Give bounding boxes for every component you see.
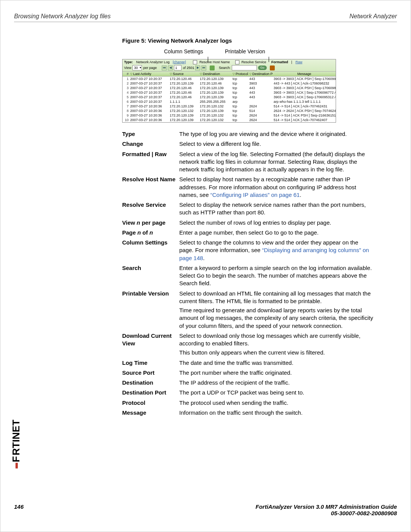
resolve-host-checkbox[interactable] — [193, 60, 197, 64]
definitions-table: TypeThe type of log you are viewing and … — [122, 130, 373, 417]
callouts: Column Settings Printable Version — [122, 48, 388, 59]
table-header-row: # ▽Last Activity ▽Source ▽Destination ▽P… — [123, 72, 336, 77]
link-ip-aliases[interactable]: “Configuring IP aliases” on page 61 — [210, 192, 300, 198]
callout-column-settings: Column Settings — [164, 48, 203, 54]
callout-line-icon — [208, 57, 208, 62]
def-key-formatted-raw: Formatted | Raw — [122, 150, 179, 174]
table-row: 72007-03-27 10:20:36172.20.120.139172.20… — [123, 104, 336, 109]
formatted-link[interactable]: Formatted — [271, 60, 288, 64]
def-val-destination: The IP address of the recipient of the t… — [179, 379, 373, 387]
def-val-change: Select to view a different log file. — [179, 140, 373, 148]
filter-icon[interactable]: ▽ — [170, 72, 172, 76]
search-input[interactable] — [232, 65, 257, 70]
def-key-page-n-of-n: Page n of n — [122, 229, 179, 236]
def-key-protocol: Protocol — [122, 399, 179, 407]
def-val-resolve-service: Select to display the network service na… — [179, 201, 373, 217]
resolve-service-checkbox[interactable] — [235, 60, 239, 64]
filter-icon[interactable]: ▽ — [233, 72, 235, 76]
def-val-log-time: The date and time the traffic was transm… — [179, 359, 373, 367]
col-dest-port[interactable]: ▽Destination Port — [249, 72, 273, 76]
def-key-type: Type — [122, 130, 179, 138]
table-row: 22007-03-27 10:20:37172.20.120.139172.20… — [123, 81, 336, 86]
search-label: Search: — [219, 66, 231, 70]
def-val-search: Enter a keyword to perform a simple sear… — [179, 264, 373, 288]
def-key-change: Change — [122, 140, 179, 148]
table-row: 102007-03-27 10:20:36172.20.120.139172.2… — [123, 118, 336, 122]
def-key-log-time: Log Time — [122, 359, 179, 367]
def-val-protocol: The protocol used when sending the traff… — [179, 399, 373, 407]
table-row: 92007-03-27 10:20:36172.20.120.139172.20… — [123, 113, 336, 118]
def-key-destination: Destination — [122, 379, 179, 387]
col-message[interactable]: Message — [273, 72, 336, 76]
rows-per-page-select[interactable]: 30 — [132, 65, 142, 70]
def-val-page-n-of-n: Enter a page number, then select Go to g… — [179, 229, 373, 236]
def-key-download-current-view: Download Current View — [122, 332, 179, 357]
table-body: 12007-03-27 10:20:37172.20.120.46172.20.… — [123, 77, 336, 122]
table-row: 42007-03-27 10:20:37172.20.120.46172.20.… — [123, 90, 336, 95]
def-val-source-port: The port number where the traffic origin… — [179, 369, 373, 377]
resolve-service-label: Resolve Service — [242, 60, 266, 64]
table-row: 82007-03-27 10:20:36172.20.120.132172.20… — [123, 109, 336, 113]
printable-version-button[interactable] — [270, 66, 275, 70]
def-key-search: Search — [122, 264, 179, 288]
type-value: Network Analyzer Log — [136, 60, 170, 64]
def-val-view-per-page: Select the number of rows of log entries… — [179, 219, 373, 227]
toolbar-row-2: View 30 per page ⏮ ◀ 1 of 2501 ▶ ⏭ Searc… — [124, 65, 334, 70]
footer-info: FortiAnalyzer Version 3.0 MR7 Administra… — [256, 503, 397, 516]
first-page-button[interactable]: ⏮ — [162, 66, 167, 70]
prev-page-button[interactable]: ◀ — [168, 66, 173, 70]
next-page-button[interactable]: ▶ — [195, 66, 200, 70]
def-key-printable-version: Printable Version — [122, 290, 179, 330]
header-left: Browsing Network Analyzer log files — [14, 13, 349, 20]
def-val-destination-port: The port a UDP or TCP packet was being s… — [179, 389, 373, 396]
def-val-column-settings: Select to change the columns to view and… — [179, 239, 373, 262]
callout-printable-version: Printable Version — [225, 48, 265, 54]
def-key-resolve-host: Resolve Host Name — [122, 176, 179, 199]
def-key-resolve-service: Resolve Service — [122, 201, 179, 217]
callout-line-icon — [269, 57, 269, 62]
filter-icon[interactable]: ▽ — [200, 72, 202, 76]
filter-icon[interactable]: ▽ — [249, 72, 252, 76]
last-page-button[interactable]: ⏭ — [201, 66, 206, 70]
page-header: Browsing Network Analyzer log files Netw… — [14, 11, 397, 22]
page-total-label: of 2501 — [183, 66, 194, 70]
per-page-label: per page — [143, 66, 157, 70]
table-row: 32007-03-27 10:20:37172.20.120.46172.20.… — [123, 86, 336, 90]
col-protocol[interactable]: ▽Protocol — [232, 72, 249, 76]
def-val-download-current-view: Select to download only those log messag… — [179, 332, 373, 357]
def-key-view-per-page: View n per page — [122, 219, 179, 227]
col-last-activity[interactable]: ▽Last Activity — [129, 72, 169, 76]
fortinet-logo: ▪▪▪FRTINET — [9, 398, 24, 490]
def-val-printable-version: Select to download an HTML file containi… — [179, 290, 373, 330]
page-footer: 146 FortiAnalyzer Version 3.0 MR7 Admini… — [14, 503, 397, 516]
logo-cube-icon: ▪▪▪ — [11, 463, 22, 469]
table-row: 62007-03-27 10:20:371.1.1.1255.255.255.2… — [123, 99, 336, 104]
col-destination[interactable]: ▽Destination — [199, 72, 232, 76]
page-number: 146 — [14, 503, 24, 516]
col-source[interactable]: ▽Source — [169, 72, 199, 76]
page-number-input[interactable]: 1 — [174, 65, 182, 70]
def-key-message: Message — [122, 409, 179, 417]
def-key-column-settings: Column Settings — [122, 239, 179, 262]
column-settings-button[interactable] — [210, 66, 215, 70]
def-val-resolve-host: Select to display host names by a recogn… — [179, 176, 373, 199]
raw-link[interactable]: Raw — [295, 60, 302, 64]
def-key-source-port: Source Port — [122, 369, 179, 377]
header-right: Network Analyzer — [349, 13, 397, 20]
def-val-message: Information on the traffic sent through … — [179, 409, 373, 417]
resolve-host-label: Resolve Host Name — [199, 60, 230, 64]
table-row: 12007-03-27 10:20:37172.20.120.46172.20.… — [123, 77, 336, 81]
def-val-type: The type of log you are viewing and the … — [179, 130, 373, 138]
go-button[interactable]: Go — [258, 66, 267, 70]
figure-caption: Figure 5: Viewing Network Analyzer logs — [122, 37, 388, 44]
toolbar-row-1: Type: Network Analyzer Log [change] Reso… — [124, 60, 334, 64]
filter-icon[interactable]: ▽ — [130, 72, 132, 76]
type-label: Type: — [124, 60, 133, 64]
def-val-formatted-raw: Select a view of the log file. Selecting… — [179, 150, 373, 174]
log-viewer-screenshot: Type: Network Analyzer Log [change] Reso… — [122, 59, 336, 123]
col-num[interactable]: # — [123, 72, 129, 76]
change-link[interactable]: [change] — [173, 60, 186, 64]
table-row: 52007-03-27 10:20:37172.20.120.46172.20.… — [123, 95, 336, 99]
def-key-destination-port: Destination Port — [122, 389, 179, 396]
view-label: View — [124, 66, 131, 70]
